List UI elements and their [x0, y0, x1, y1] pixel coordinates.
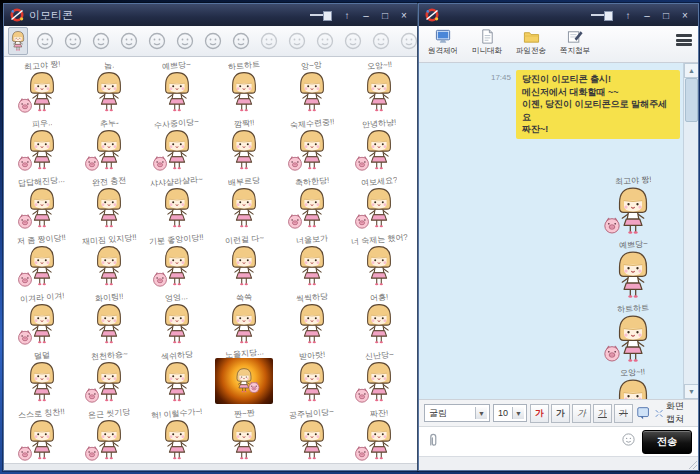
- chat-window-titlebar[interactable]: ↑ – □ ×: [419, 4, 698, 26]
- emoticon-sticker[interactable]: 공주님이당~: [278, 406, 346, 463]
- emoticon-sticker[interactable]: 씩씩하당: [278, 290, 346, 348]
- chat-scrollbar[interactable]: ▲ ▼: [683, 63, 698, 399]
- scroll-down-button[interactable]: ▼: [684, 384, 698, 399]
- emoticon-category-tab[interactable]: [287, 31, 307, 51]
- attach-file-button[interactable]: [425, 432, 441, 452]
- pig-character-icon: [16, 444, 34, 462]
- font-family-select[interactable]: 굴림 ▼: [424, 404, 490, 422]
- emoticon-sticker[interactable]: 섹쉬하당: [143, 348, 211, 406]
- font-style-button[interactable]: 가: [572, 404, 591, 423]
- emoticon-sticker[interactable]: 너 숙제는 했어?: [346, 232, 414, 290]
- emoticon-sticker[interactable]: 신난당~: [346, 348, 414, 406]
- emoticon-sticker[interactable]: 헉! 이럴수가~!: [143, 406, 211, 463]
- font-style-button[interactable]: 가: [530, 404, 549, 423]
- emoticon-art: [285, 360, 339, 404]
- emoticon-sticker[interactable]: 답답해진당...: [8, 174, 76, 232]
- tab-danjin-character-selected[interactable]: [8, 27, 28, 55]
- close-icon[interactable]: ×: [678, 8, 692, 22]
- font-size-select[interactable]: 10 ▼: [493, 404, 527, 422]
- emoticon-sticker[interactable]: 짠~짠: [211, 406, 279, 463]
- emoticon-sticker[interactable]: 놉.: [76, 58, 144, 116]
- emoticon-sticker[interactable]: 축하한당!: [278, 174, 346, 232]
- emoticon-category-tab[interactable]: [119, 31, 139, 51]
- maximize-icon[interactable]: □: [659, 8, 673, 22]
- emoticon-category-tab[interactable]: [147, 31, 167, 51]
- paperclip-icon: [425, 432, 441, 448]
- girl-character-icon: [224, 186, 264, 230]
- emoticon-category-tab[interactable]: [371, 31, 391, 51]
- note-attach-button[interactable]: 쪽지첨부: [557, 28, 593, 56]
- emoticon-sticker[interactable]: 안녕하냥!: [346, 116, 414, 174]
- emoticon-sticker[interactable]: 재미짐 있지당!!: [76, 232, 144, 290]
- emoticon-sticker[interactable]: 최고야 짱!: [8, 58, 76, 116]
- opacity-slider-icon[interactable]: [307, 8, 335, 22]
- emoticon-sticker[interactable]: 샤샤샬라샬라~: [143, 174, 211, 232]
- emoticon-window-titlebar[interactable]: 이모티콘 ↑ – □ ×: [4, 4, 417, 26]
- emoticon-sticker[interactable]: 이런걸 다~: [211, 232, 279, 290]
- emoticon-sticker[interactable]: 배부르당: [211, 174, 279, 232]
- emoticon-sticker[interactable]: 화이팅!!: [76, 290, 144, 348]
- pin-on-top-icon[interactable]: ↑: [621, 8, 635, 22]
- font-style-button[interactable]: 가: [614, 404, 633, 423]
- pin-on-top-icon[interactable]: ↑: [340, 8, 354, 22]
- maximize-icon[interactable]: □: [378, 8, 392, 22]
- emoticon-sticker[interactable]: 저 좀 짱이당!!: [8, 232, 76, 290]
- emoticon-category-tab[interactable]: [35, 31, 55, 51]
- file-transfer-button[interactable]: 파일전송: [513, 28, 549, 56]
- emoticon-category-tab[interactable]: [203, 31, 223, 51]
- emoticon-sticker[interactable]: 완전 충전: [76, 174, 144, 232]
- opacity-slider-icon[interactable]: [588, 8, 616, 22]
- emoticon-sticker[interactable]: 덜덜: [8, 348, 76, 406]
- emoticon-sticker[interactable]: 앙~앙: [278, 58, 346, 116]
- screen-capture-button[interactable]: 화면캡쳐: [655, 400, 693, 426]
- emoticon-sticker[interactable]: 이겨라 이겨!: [8, 290, 76, 348]
- font-style-button[interactable]: 가: [593, 404, 612, 423]
- emoticon-sticker[interactable]: 노을지당...: [211, 348, 279, 406]
- emoticon-sticker[interactable]: 너울보가: [278, 232, 346, 290]
- emoticon-art: [150, 302, 204, 346]
- emoticon-sticker[interactable]: 예쁘당~: [143, 58, 211, 116]
- menu-hamburger-icon[interactable]: [676, 34, 692, 46]
- scroll-thumb[interactable]: [685, 78, 698, 122]
- emoticon-sticker[interactable]: 스스로 칭찬!!: [8, 406, 76, 463]
- emoticon-category-tab[interactable]: [399, 31, 419, 51]
- emoticon-sticker[interactable]: 깜짝!!: [211, 116, 279, 174]
- emoticon-sticker[interactable]: 숙제수련중!!: [278, 116, 346, 174]
- emoticon-picker-button[interactable]: [636, 405, 652, 422]
- emoticon-category-tab[interactable]: [63, 31, 83, 51]
- emoticon-sticker[interactable]: 어흥!: [346, 290, 414, 348]
- emoticon-category-tab[interactable]: [343, 31, 363, 51]
- remote-control-button[interactable]: 원격제어: [425, 28, 461, 56]
- emoticon-category-tab[interactable]: [259, 31, 279, 51]
- emoticon-category-tab[interactable]: [175, 31, 195, 51]
- emoticon-category-tab[interactable]: [231, 31, 251, 51]
- emoticon-sticker[interactable]: 받아랏!: [278, 348, 346, 406]
- insert-emoticon-button[interactable]: [621, 432, 636, 451]
- emoticon-sticker[interactable]: 은근 씻기당: [76, 406, 144, 463]
- emoticon-sticker[interactable]: 기분 좋앙이당!!: [143, 232, 211, 290]
- emoticon-sticker[interactable]: 쓱쓱: [211, 290, 279, 348]
- emoticon-sticker[interactable]: 피우..: [8, 116, 76, 174]
- minimize-icon[interactable]: –: [359, 8, 373, 22]
- emoticon-category-tab[interactable]: [315, 31, 335, 51]
- emoticon-sticker[interactable]: 엉엉...: [143, 290, 211, 348]
- emoticon-sticker[interactable]: 수사중이당~: [143, 116, 211, 174]
- mini-chat-button[interactable]: 미니대화: [469, 28, 505, 56]
- minimize-icon[interactable]: –: [640, 8, 654, 22]
- emoticon-sticker[interactable]: 짜잔!: [346, 406, 414, 463]
- resize-grip[interactable]: [687, 459, 697, 469]
- scroll-up-button[interactable]: ▲: [684, 63, 698, 78]
- emoticon-sticker[interactable]: 여보세요?: [346, 174, 414, 232]
- emoticon-category-tab[interactable]: [91, 31, 111, 51]
- emoticon-sticker[interactable]: 천천하숑~: [76, 348, 144, 406]
- message-input[interactable]: [447, 427, 615, 456]
- girl-character-icon: [224, 418, 264, 462]
- send-button[interactable]: 전송: [642, 430, 692, 454]
- emoticon-sticker[interactable]: 오앙~!!: [346, 58, 414, 116]
- emoticon-sticker[interactable]: 하트하트: [211, 58, 279, 116]
- close-icon[interactable]: ×: [397, 8, 411, 22]
- girl-character-icon: [224, 128, 264, 172]
- font-style-button[interactable]: 가: [551, 404, 570, 423]
- emoticon-sticker[interactable]: 추누-: [76, 116, 144, 174]
- emoticon-art: [602, 249, 664, 301]
